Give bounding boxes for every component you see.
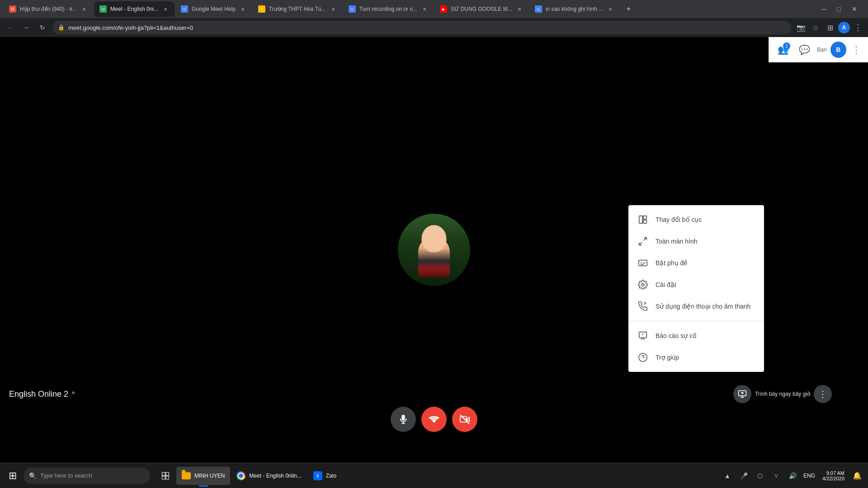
menu-item-phone[interactable]: Sử dụng điện thoại cho âm thanh — [628, 296, 764, 317]
tab-recording[interactable]: G Turn recording on or o... ✕ — [343, 1, 434, 17]
taskview-button[interactable] — [156, 467, 175, 485]
recording-favicon: G — [349, 5, 356, 13]
taskbar-item-zalo[interactable]: Z Zalo — [308, 467, 342, 485]
svg-point-9 — [642, 283, 644, 286]
menu-item-settings[interactable]: Cài đặt — [628, 274, 764, 296]
meeting-title-area: English Online 2 ^ — [9, 376, 75, 412]
svg-line-3 — [644, 238, 646, 240]
help-favicon: G — [181, 5, 188, 13]
mic-sys-icon[interactable]: 🎤 — [736, 469, 751, 483]
lock-icon: 🔒 — [58, 24, 65, 31]
tab-school-label: Trường THPT Hòa Tú... — [269, 6, 326, 12]
side-panel-header: 👥 2 💬 Bạn B ⋮ — [769, 37, 868, 62]
menu-item-captions[interactable]: Bật phụ đề — [628, 252, 764, 274]
menu-item-help[interactable]: Trợ giúp — [628, 347, 764, 368]
present-button[interactable]: Trình bày ngay bây giờ — [733, 385, 810, 403]
screenshare-icon[interactable]: 📷 — [795, 21, 807, 34]
taskbar-item-minh-uyen[interactable]: MINH UYEN — [176, 467, 230, 485]
expand-icon[interactable]: ^ — [72, 390, 75, 398]
tab-gmail-label: Hộp thư đến (940) - tr... — [20, 6, 77, 12]
minimize-button[interactable]: ─ — [818, 4, 830, 14]
browser-chrome: M Hộp thư đến (940) - tr... ✕ M Meet - E… — [0, 0, 868, 37]
tab-meet-label: Meet - English 0ni... — [110, 6, 158, 12]
browser-more-button[interactable]: ⋮ — [852, 21, 864, 34]
start-button[interactable]: ⊞ — [4, 467, 22, 485]
meet-favicon: M — [99, 5, 107, 13]
vietkey-icon[interactable]: V — [769, 469, 783, 483]
menu-item-fullscreen-label: Toàn màn hình — [656, 238, 698, 245]
tab-recording-close[interactable]: ✕ — [421, 5, 428, 13]
bluetooth-icon[interactable]: ⬡ — [753, 469, 767, 483]
volume-icon[interactable]: 🔊 — [785, 469, 800, 483]
tab-youtube-close[interactable]: ✕ — [516, 5, 523, 13]
url-text: meet.google.com/ofe-yoih-jja?pli=1&authu… — [68, 24, 193, 31]
tab-meet-close[interactable]: ✕ — [162, 5, 169, 13]
bookmark-icon[interactable]: ⊞ — [824, 21, 836, 34]
tab-gmail-close[interactable]: ✕ — [80, 5, 88, 13]
address-bar-row: ← → ↻ 🔒 meet.google.com/ofe-yoih-jja?pli… — [0, 18, 868, 37]
tab-gmail[interactable]: M Hộp thư đến (940) - tr... ✕ — [4, 1, 93, 17]
panel-more-button[interactable]: ⋮ — [850, 42, 863, 57]
address-bar[interactable]: 🔒 meet.google.com/ofe-yoih-jja?pli=1&aut… — [52, 21, 791, 34]
toolbar-icons: 📷 ☆ ⊞ A ⋮ — [795, 21, 864, 34]
taskbar-date: 4/22/2020 — [822, 476, 844, 481]
participant-count: 2 — [783, 42, 790, 50]
tab-school[interactable]: T Trường THPT Hòa Tú... ✕ — [253, 1, 342, 17]
svg-rect-16 — [433, 421, 435, 422]
svg-rect-2 — [643, 220, 646, 223]
star-icon[interactable]: ☆ — [809, 21, 822, 34]
menu-item-captions-label: Bật phụ đề — [656, 259, 688, 267]
taskbar-search-placeholder: Type here to search — [40, 472, 92, 479]
tab-school-close[interactable]: ✕ — [330, 5, 337, 13]
network-icon[interactable]: ▲ — [720, 469, 735, 483]
tab-meet[interactable]: M Meet - English 0ni... ✕ — [94, 1, 175, 17]
maximize-button[interactable]: □ — [834, 4, 844, 14]
back-button[interactable]: ← — [4, 21, 16, 34]
taskbar-search[interactable]: 🔍 Type here to search — [24, 468, 150, 484]
tab-help[interactable]: G Google Meet Help ✕ — [175, 1, 252, 17]
tab-recording-label: Turn recording on or o... — [359, 6, 417, 12]
video-off-button[interactable] — [452, 407, 477, 432]
menu-item-report[interactable]: Báo cáo sự cố — [628, 325, 764, 347]
svg-line-4 — [639, 242, 642, 245]
more-options-button[interactable]: ⋮ — [814, 385, 832, 403]
menu-item-help-label: Trợ giúp — [656, 354, 679, 361]
refresh-button[interactable]: ↻ — [36, 21, 49, 34]
tab-search[interactable]: G vì sao không ghi hình ... ✕ — [529, 1, 619, 17]
school-favicon: T — [258, 5, 265, 13]
notification-button[interactable]: 🔔 — [850, 469, 864, 483]
mic-button[interactable] — [391, 407, 416, 432]
chat-icon: 💬 — [799, 44, 810, 55]
svg-rect-25 — [166, 472, 169, 475]
meet-taskbar-icon — [236, 471, 245, 480]
svg-rect-26 — [162, 476, 165, 479]
dropdown-menu: Thay đổi bố cục Toàn màn hình Bật ph — [628, 205, 764, 372]
tab-search-close[interactable]: ✕ — [607, 5, 614, 13]
taskbar: ⊞ 🔍 Type here to search MINH UYEN Mee — [0, 463, 868, 488]
participants-button[interactable]: 👥 2 — [774, 41, 792, 59]
video-area: 👥 2 💬 Bạn B ⋮ Thay đổi bố cục — [0, 37, 868, 463]
taskbar-zalo-label: Zalo — [326, 473, 336, 479]
tab-youtube[interactable]: ▶ SỬ DỤNG GOOGLE M... ✕ — [434, 1, 528, 17]
forward-button[interactable]: → — [20, 21, 33, 34]
taskbar-item-meet[interactable]: Meet - English 0nlin... — [231, 467, 307, 485]
window-controls: ─ □ ✕ — [818, 4, 864, 14]
menu-item-layout[interactable]: Thay đổi bố cục — [628, 209, 764, 230]
end-call-button[interactable] — [421, 407, 447, 432]
menu-divider — [628, 321, 764, 321]
taskview-icon — [161, 471, 170, 480]
language-indicator[interactable]: ENG — [802, 471, 817, 481]
tab-help-close[interactable]: ✕ — [239, 5, 246, 13]
gmail-favicon: M — [9, 5, 16, 13]
menu-item-fullscreen[interactable]: Toàn màn hình — [628, 230, 764, 252]
profile-avatar[interactable]: A — [838, 22, 850, 33]
user-avatar[interactable]: B — [830, 42, 846, 58]
controls-center — [391, 407, 477, 432]
close-button[interactable]: ✕ — [848, 4, 861, 14]
taskbar-meet-label: Meet - English 0nlin... — [249, 473, 301, 479]
chat-button[interactable]: 💬 — [796, 41, 813, 59]
report-icon — [637, 330, 648, 341]
new-tab-button[interactable]: + — [622, 3, 635, 15]
taskbar-clock[interactable]: 9:07 AM 4/22/2020 — [819, 470, 848, 481]
menu-item-phone-label: Sử dụng điện thoại cho âm thanh — [656, 303, 750, 310]
